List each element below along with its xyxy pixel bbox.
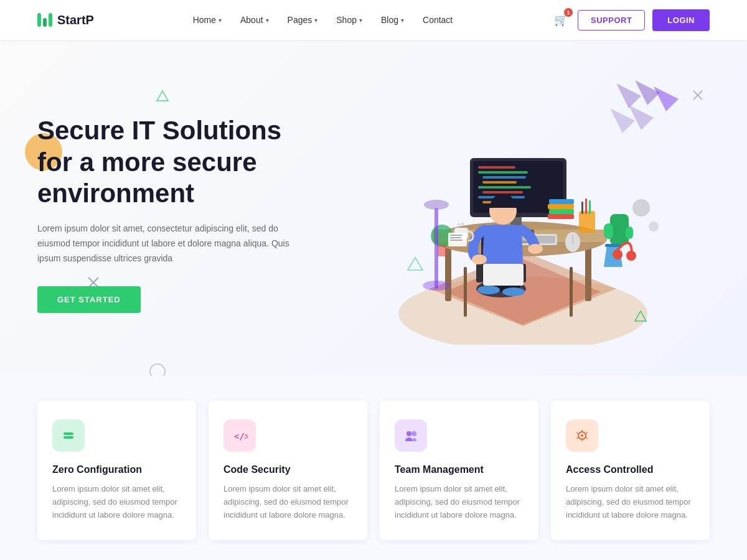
svg-rect-58 <box>581 202 583 214</box>
feature-card-0: Zero Configuration Lorem ipsum dolor sit… <box>37 401 196 540</box>
svg-rect-50 <box>483 264 524 286</box>
svg-rect-26 <box>482 176 526 179</box>
svg-line-92 <box>576 437 578 439</box>
svg-marker-6 <box>610 108 635 133</box>
svg-rect-81 <box>63 432 73 435</box>
svg-line-90 <box>586 437 588 439</box>
feature-card-3: Access Controlled Lorem ipsum dolor sit … <box>551 401 710 540</box>
svg-rect-63 <box>604 223 613 239</box>
nav-shop[interactable]: Shop ▾ <box>336 15 362 25</box>
svg-rect-16 <box>464 267 467 317</box>
logo-text: StartP <box>57 13 94 27</box>
svg-rect-56 <box>549 199 574 204</box>
chevron-icon: ▾ <box>359 17 362 24</box>
feature-title-1: Code Security <box>223 464 352 475</box>
svg-rect-73 <box>435 208 438 289</box>
svg-rect-59 <box>585 198 587 214</box>
svg-point-75 <box>423 281 450 291</box>
svg-rect-17 <box>570 267 573 317</box>
chevron-icon: ▾ <box>401 17 404 24</box>
feature-icon-zero-config <box>52 419 85 452</box>
login-button[interactable]: LOGIN <box>652 9 710 31</box>
svg-point-71 <box>632 199 650 217</box>
feature-desc-0: Lorem ipsum dolor sit amet elit, adipisc… <box>52 483 181 521</box>
svg-point-48 <box>472 254 487 264</box>
hero-title: Secure IT Solutions for a more secure en… <box>37 115 299 209</box>
feature-desc-3: Lorem ipsum dolor sit amet elit, adipisc… <box>566 483 695 521</box>
triangle-deco-left <box>156 90 169 106</box>
logo-icon <box>37 13 52 27</box>
svg-rect-29 <box>482 191 523 194</box>
svg-marker-4 <box>635 80 660 105</box>
hero-left: Secure IT Solutions for a more secure en… <box>37 115 299 313</box>
feature-icon-access-controlled <box>566 419 598 452</box>
svg-point-69 <box>613 250 622 259</box>
hero-section: Secure IT Solutions for a more secure en… <box>0 40 747 376</box>
feature-title-2: Team Management <box>395 464 524 475</box>
svg-rect-77 <box>450 235 463 236</box>
svg-rect-66 <box>605 244 621 247</box>
feature-title-0: Zero Configuration <box>52 464 181 475</box>
svg-point-87 <box>581 434 583 437</box>
nav-actions: 🛒 1 SUPPORT LOGIN <box>552 9 710 31</box>
svg-rect-79 <box>450 240 463 241</box>
nav-blog[interactable]: Blog ▾ <box>381 15 404 25</box>
svg-marker-10 <box>635 311 646 321</box>
support-button[interactable]: SUPPORT <box>578 10 645 30</box>
svg-rect-28 <box>478 186 531 189</box>
feature-title-3: Access Controlled <box>566 464 695 475</box>
svg-line-89 <box>586 432 588 434</box>
svg-marker-7 <box>629 105 654 130</box>
svg-marker-3 <box>616 83 641 108</box>
svg-point-85 <box>411 431 416 436</box>
svg-point-72 <box>649 222 659 231</box>
nav-about[interactable]: About ▾ <box>240 15 269 25</box>
get-started-button[interactable]: GET STARTED <box>37 286 141 313</box>
svg-text:</>: </> <box>234 431 248 441</box>
svg-point-84 <box>406 431 411 436</box>
svg-line-93 <box>576 432 578 434</box>
feature-desc-2: Lorem ipsum dolor sit amet elit, adipisc… <box>395 483 524 521</box>
svg-marker-5 <box>654 86 679 111</box>
feature-card-1: </> Code Security Lorem ipsum dolor sit … <box>209 401 367 540</box>
hero-description: Lorem ipsum dolor sit amet, consectetur … <box>37 222 299 266</box>
svg-point-52 <box>502 287 525 296</box>
x-close-deco <box>692 90 703 103</box>
chevron-icon: ▾ <box>218 17 222 24</box>
cart-button[interactable]: 🛒 1 <box>552 11 570 29</box>
svg-rect-64 <box>626 226 633 239</box>
svg-marker-80 <box>408 258 423 270</box>
feature-desc-1: Lorem ipsum dolor sit amet elit, adipisc… <box>223 483 352 521</box>
chevron-icon: ▾ <box>314 17 317 24</box>
features-section: Zero Configuration Lorem ipsum dolor sit… <box>0 376 747 560</box>
svg-marker-0 <box>157 91 168 101</box>
svg-rect-53 <box>548 214 574 219</box>
nav-links: Home ▾ About ▾ Pages ▾ Shop ▾ Blog ▾ Con… <box>193 15 453 25</box>
svg-rect-27 <box>482 181 517 184</box>
deco-circle-outline <box>149 363 166 376</box>
svg-point-74 <box>424 200 449 210</box>
svg-rect-68 <box>438 245 446 256</box>
svg-rect-55 <box>548 204 574 209</box>
svg-point-70 <box>626 251 636 261</box>
logo[interactable]: StartP <box>37 13 94 27</box>
svg-rect-44 <box>476 264 482 282</box>
nav-pages[interactable]: Pages ▾ <box>288 15 318 25</box>
svg-rect-25 <box>478 171 528 174</box>
svg-point-49 <box>528 244 543 254</box>
feature-card-2: Team Management Lorem ipsum dolor sit am… <box>380 401 538 540</box>
svg-rect-78 <box>450 237 461 238</box>
chevron-icon: ▾ <box>266 17 269 24</box>
svg-rect-54 <box>549 209 574 214</box>
svg-rect-24 <box>478 166 515 169</box>
nav-contact[interactable]: Contact <box>423 15 453 25</box>
cart-badge: 1 <box>564 8 573 17</box>
svg-point-51 <box>477 286 500 294</box>
purple-shapes-deco <box>598 77 685 154</box>
feature-icon-team-management <box>395 419 427 452</box>
svg-rect-60 <box>589 200 591 214</box>
svg-rect-57 <box>579 211 595 233</box>
feature-icon-code-security: </> <box>223 419 256 452</box>
triangle-deco-bottom <box>634 310 647 326</box>
nav-home[interactable]: Home ▾ <box>193 15 222 25</box>
